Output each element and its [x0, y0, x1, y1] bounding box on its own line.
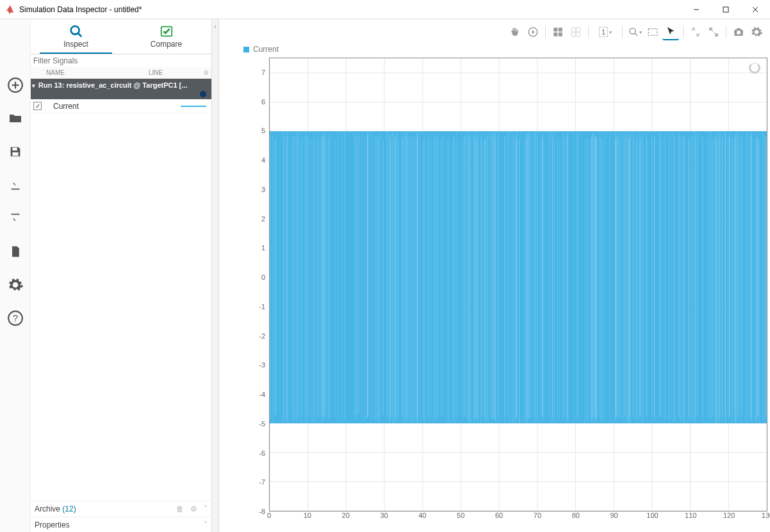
chart-legend: Current: [243, 45, 279, 54]
fit-to-view-icon[interactable]: [644, 24, 661, 40]
y-tick-label: -5: [259, 420, 265, 428]
column-headers: NAME LINE ⚙: [31, 67, 211, 79]
signal-checkbox[interactable]: ✓: [33, 102, 42, 110]
x-tick-label: 130: [762, 512, 770, 519]
column-settings-icon[interactable]: ⚙: [203, 69, 209, 76]
x-tick-label: 50: [457, 512, 464, 519]
minimize-button[interactable]: [682, 0, 711, 19]
y-tick-label: 2: [261, 215, 265, 223]
folder-icon[interactable]: [7, 110, 24, 127]
run-status-dot: [200, 91, 206, 97]
svg-line-24: [635, 33, 638, 36]
x-tick-label: 70: [534, 512, 541, 519]
x-tick-label: 120: [723, 512, 735, 519]
svg-rect-16: [559, 28, 562, 31]
loading-spinner-icon: [749, 62, 760, 74]
help-icon[interactable]: ?: [7, 310, 24, 326]
y-tick-label: -8: [259, 508, 265, 515]
svg-line-12: [78, 33, 81, 37]
svg-rect-19: [571, 28, 575, 31]
signal-name: Current: [53, 102, 79, 111]
maximize-button[interactable]: [711, 0, 741, 19]
tab-inspect[interactable]: Inspect: [31, 19, 121, 54]
snapshot-icon[interactable]: [730, 24, 747, 40]
y-tick-label: -4: [259, 391, 265, 398]
pan-hand-icon[interactable]: [507, 24, 523, 40]
x-tick-label: 60: [495, 512, 503, 519]
plot-toolbar: 1▾ ▾: [507, 22, 765, 42]
cursor-icon[interactable]: [662, 24, 679, 40]
tab-inspect-label: Inspect: [63, 40, 88, 49]
import-icon[interactable]: [7, 177, 24, 193]
window-title: Simulation Data Inspector - untitled*: [19, 5, 682, 14]
document-icon[interactable]: [7, 243, 24, 260]
properties-chevron-icon[interactable]: ˄: [204, 520, 208, 529]
svg-rect-7: [12, 148, 17, 151]
export-icon[interactable]: [7, 210, 24, 227]
shrink-icon[interactable]: [687, 24, 704, 40]
zoom-icon[interactable]: ▾: [627, 24, 643, 40]
x-tick-label: 110: [685, 512, 696, 519]
plot-settings-icon[interactable]: [748, 24, 765, 40]
layout-grid-icon[interactable]: [550, 24, 566, 40]
play-icon[interactable]: [525, 24, 541, 40]
trash-icon[interactable]: 🗑: [176, 504, 184, 513]
svg-rect-8: [12, 152, 18, 156]
clear-subplot-icon[interactable]: [568, 24, 584, 40]
tab-compare[interactable]: Compare: [121, 19, 211, 54]
run-label: Run 13: resistive_ac_circuit @ TargetPC1…: [38, 81, 187, 89]
col-line: LINE: [146, 69, 163, 76]
save-icon[interactable]: [7, 143, 24, 160]
subplot-index-dropdown[interactable]: 1▾: [593, 24, 618, 40]
archive-gear-icon[interactable]: ⚙: [190, 504, 197, 513]
svg-rect-17: [553, 33, 557, 36]
y-tick-label: 6: [261, 98, 265, 106]
svg-rect-28: [737, 28, 741, 30]
properties-label: Properties: [35, 520, 70, 529]
y-tick-label: 7: [261, 69, 265, 76]
filter-input[interactable]: [31, 54, 211, 67]
y-tick-label: -2: [259, 332, 265, 340]
svg-rect-1: [723, 7, 728, 12]
x-tick-label: 20: [342, 512, 350, 519]
run-header[interactable]: ▾ Run 13: resistive_ac_circuit @ TargetP…: [31, 79, 211, 99]
matlab-icon: [5, 4, 15, 15]
x-tick-label: 80: [572, 512, 580, 519]
expand-icon[interactable]: [705, 24, 722, 40]
collapse-caret-icon[interactable]: ▾: [32, 83, 35, 89]
y-tick-label: -7: [259, 478, 265, 486]
tab-compare-label: Compare: [151, 40, 182, 49]
svg-rect-21: [571, 33, 575, 36]
x-tick-label: 30: [380, 512, 388, 519]
add-icon[interactable]: [7, 77, 24, 93]
signal-panel: Inspect Compare NAME LINE ⚙ ▾ Run 13: re…: [31, 19, 211, 532]
chart[interactable]: -8-7-6-5-4-3-2-101234567 010203040506070…: [243, 58, 770, 522]
titlebar: Simulation Data Inspector - untitled*: [0, 0, 770, 19]
svg-point-27: [737, 31, 741, 35]
x-tick-label: 0: [267, 512, 271, 519]
svg-text:?: ?: [12, 312, 17, 323]
svg-rect-25: [648, 29, 657, 36]
properties-row[interactable]: Properties ˄: [31, 517, 211, 532]
panel-collapser[interactable]: ‹: [211, 19, 219, 532]
y-tick-label: 4: [261, 156, 265, 164]
signal-row-current[interactable]: ✓ Current: [31, 99, 211, 113]
svg-rect-22: [577, 33, 580, 36]
x-tick-label: 40: [418, 512, 426, 519]
archive-chevron-icon[interactable]: ˄: [204, 504, 208, 513]
close-button[interactable]: [741, 0, 770, 19]
legend-swatch: [243, 47, 249, 52]
signal-line-preview: [181, 106, 206, 107]
svg-rect-18: [559, 33, 562, 36]
left-toolbar: ?: [0, 19, 31, 532]
archive-row[interactable]: Archive (12) 🗑 ⚙ ˄: [31, 501, 211, 517]
y-tick-label: -3: [259, 361, 265, 369]
x-tick-label: 10: [304, 512, 311, 519]
y-tick-label: -6: [259, 449, 265, 457]
settings-gear-icon[interactable]: [7, 277, 24, 293]
y-tick-label: 3: [261, 186, 265, 193]
plot-area: 1▾ ▾ Current -8-7-6-5-4-3-2-101234567 01…: [219, 19, 770, 532]
archive-label: Archive: [35, 504, 60, 513]
x-tick-label: 90: [610, 512, 618, 519]
y-tick-label: 5: [261, 127, 265, 134]
